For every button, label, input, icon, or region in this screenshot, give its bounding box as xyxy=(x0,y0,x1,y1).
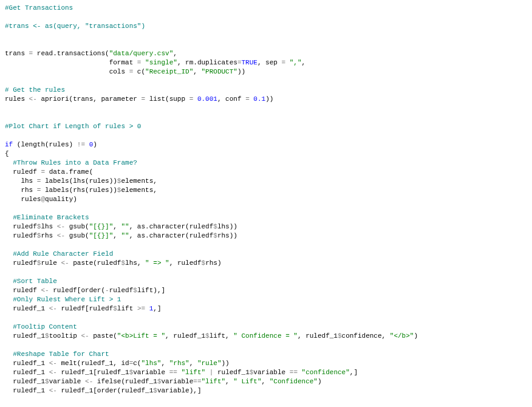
code-token-plain: ruledf_1 xyxy=(5,332,45,340)
code-token-op: <- xyxy=(49,369,57,376)
code-token-op: <- xyxy=(57,223,65,230)
code-token-plain: c( xyxy=(133,68,145,75)
code-token-string: "PRODUCT" xyxy=(201,68,237,75)
code-token-plain: lift, xyxy=(210,332,234,340)
code-token-plain xyxy=(285,59,290,66)
code-token-plain xyxy=(145,305,149,312)
code-token-plain: ruledf_1 xyxy=(5,369,49,376)
code-token-string: "," xyxy=(290,59,302,66)
code-line: #Get Transactions xyxy=(5,4,73,12)
code-line: #Sort Table xyxy=(5,278,57,285)
code-token-string: "Confidence" xyxy=(270,378,318,385)
code-line: #trans <- as(query, "transactions") xyxy=(5,22,145,30)
code-token-plain xyxy=(5,323,13,330)
code-token-op: $ xyxy=(338,332,342,340)
code-token-op: != xyxy=(77,141,85,148)
code-token-plain: rhs xyxy=(41,232,56,239)
code-token-plain: { xyxy=(5,150,9,157)
code-token-plain: labels(lhs(rules)) xyxy=(41,177,117,185)
code-token-op: $ xyxy=(45,378,49,385)
code-token-plain: ruledf_1 xyxy=(5,378,45,385)
code-token-plain: , as.character(ruledf xyxy=(129,232,214,239)
code-block[interactable]: #Get Transactions #trans <- as(query, "t… xyxy=(0,0,532,399)
code-token-plain: ruledf[order( xyxy=(49,287,105,294)
code-token-plain: lhs, xyxy=(125,259,145,267)
code-token-op: >= xyxy=(137,305,145,312)
code-line: # Get the rules xyxy=(5,86,65,94)
code-token-number: 0.001 xyxy=(197,95,217,103)
code-token-op: <- xyxy=(29,95,37,103)
code-token-op: = xyxy=(237,59,242,66)
code-token-comment: #Plot Chart if Length of rules > 0 xyxy=(5,123,141,130)
code-line: ruledf = data.frame( xyxy=(5,168,93,176)
code-line: ruledf$rhs <- gsub("[{}]", "", as.charac… xyxy=(5,232,237,239)
code-line: rules <- apriori(trans, parameter = list… xyxy=(5,95,273,103)
code-token-plain xyxy=(177,369,182,376)
code-line: { xyxy=(5,150,9,157)
code-token-op: $ xyxy=(45,332,49,340)
code-token-plain: ,] xyxy=(153,305,161,312)
code-token-comment: #Reshape Table for Chart xyxy=(13,351,109,358)
code-token-plain: , xyxy=(193,68,201,75)
code-token-plain: cols xyxy=(5,68,129,75)
code-token-string: "[{}]" xyxy=(89,232,114,239)
code-token-plain: paste( xyxy=(89,332,117,340)
code-token-string: "rhs" xyxy=(169,360,189,367)
code-token-plain: data.frame( xyxy=(45,168,93,176)
code-token-plain xyxy=(5,296,13,303)
code-token-plain: ruledf_1[ruledf_1 xyxy=(57,369,129,376)
code-token-plain: , xyxy=(173,50,177,57)
code-token-plain: c( xyxy=(133,360,141,367)
code-token-plain: )) xyxy=(237,68,245,75)
code-token-plain: , sep xyxy=(257,59,282,66)
code-token-op: $ xyxy=(205,332,210,340)
code-token-plain: ruledf[ruledf xyxy=(57,305,113,312)
code-token-op: $ xyxy=(153,387,157,394)
code-token-op: $ xyxy=(213,232,217,239)
code-token-plain: , xyxy=(262,378,270,385)
code-token-plain: , xyxy=(225,378,233,385)
code-token-plain: (length(rules) xyxy=(13,141,77,148)
code-token-plain: rhs)) xyxy=(217,232,237,239)
code-line: rhs = labels(rhs(rules))$elements, xyxy=(5,186,157,194)
code-token-op: = xyxy=(245,95,250,103)
code-token-plain: ) xyxy=(414,332,418,340)
code-token-plain: quality) xyxy=(45,196,77,203)
code-token-comment: #Throw Rules into a Data Frame? xyxy=(13,159,137,166)
code-token-plain: elements, xyxy=(121,186,157,194)
code-token-op: <- xyxy=(49,360,57,367)
code-token-string: "lift" xyxy=(202,378,226,385)
code-token-plain: confidence, xyxy=(342,332,390,340)
code-token-plain xyxy=(5,159,13,166)
code-token-plain: ruledf xyxy=(5,223,37,230)
code-line: ruledf_1 <- ruledf_1[ruledf_1$variable =… xyxy=(5,369,358,376)
code-token-op: - xyxy=(105,287,109,294)
code-token-comment: #Get Transactions xyxy=(5,4,73,12)
code-token-plain: variable xyxy=(253,369,289,376)
code-token-op: <- xyxy=(41,287,49,294)
code-token-plain xyxy=(298,369,302,376)
code-token-comment: #Only Rulest Where Lift > 1 xyxy=(13,296,121,303)
code-token-plain xyxy=(5,250,13,258)
code-token-string: "lhs" xyxy=(141,360,161,367)
code-line: cols = c("Receipt_ID", "PRODUCT")) xyxy=(5,68,245,75)
code-token-op: == xyxy=(169,369,177,376)
code-token-plain: lift),] xyxy=(137,287,165,294)
code-token-plain: ruledf_1[order(ruledf_1 xyxy=(57,387,153,394)
code-token-comment: # Get the rules xyxy=(5,86,65,94)
code-token-plain: ruledf_1 xyxy=(5,360,49,367)
code-line: rules@quality) xyxy=(5,196,77,203)
code-line: trans = read.transactions("data/query.cs… xyxy=(5,50,177,57)
code-token-plain: trans xyxy=(5,50,29,57)
code-token-plain: rule xyxy=(41,259,61,267)
code-token-string: "<b>Lift = " xyxy=(117,332,165,340)
code-token-op: $ xyxy=(113,305,117,312)
code-token-plain: variable),] xyxy=(157,387,202,394)
code-token-plain: ) xyxy=(318,378,322,385)
code-token-plain: , conf xyxy=(217,95,245,103)
code-token-plain: variable xyxy=(161,378,193,385)
code-line: ruledf_1$variable <- ifelse(ruledf_1$var… xyxy=(5,378,322,385)
code-token-keyword: if xyxy=(5,141,13,148)
code-token-plain: , xyxy=(113,223,121,230)
code-token-string: "single" xyxy=(145,59,177,66)
